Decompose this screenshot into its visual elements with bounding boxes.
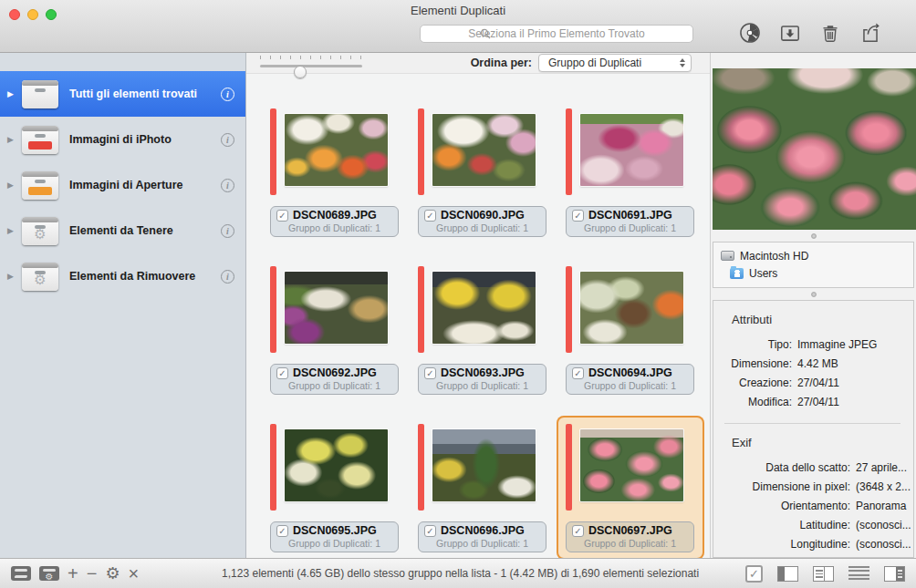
duplicate-item[interactable]: ✓ DSCN0694.JPG Gruppo di Duplicati: 1 bbox=[557, 258, 704, 402]
thumbnail-image[interactable] bbox=[432, 429, 536, 501]
view-list-icon[interactable] bbox=[848, 566, 869, 582]
file-name: DSCN0694.JPG bbox=[588, 366, 672, 379]
view-detail-icon[interactable] bbox=[884, 566, 905, 582]
file-name: DSCN0690.JPG bbox=[441, 209, 525, 222]
file-label[interactable]: ✓ DSCN0695.JPG Gruppo di Duplicati: 1 bbox=[270, 521, 399, 552]
path-volume-row[interactable]: Macintosh HD bbox=[721, 247, 906, 264]
file-checkbox[interactable]: ✓ bbox=[572, 525, 584, 537]
file-group: Gruppo di Duplicati: 1 bbox=[424, 380, 540, 391]
toolbox-icon[interactable] bbox=[11, 566, 31, 581]
exif-label: Orientamento: bbox=[719, 497, 850, 516]
file-label[interactable]: ✓ DSCN0689.JPG Gruppo di Duplicati: 1 bbox=[270, 206, 399, 237]
file-name: DSCN0691.JPG bbox=[588, 209, 672, 222]
search-field[interactable] bbox=[420, 25, 693, 43]
file-checkbox[interactable]: ✓ bbox=[572, 210, 584, 222]
file-label[interactable]: ✓ DSCN0691.JPG Gruppo di Duplicati: 1 bbox=[566, 206, 694, 237]
main-panel: Ordina per: Gruppo di Duplicati ✓ DSCN06… bbox=[246, 53, 710, 558]
gearbox-icon[interactable] bbox=[39, 566, 59, 581]
duplicate-marker-bar bbox=[566, 266, 572, 353]
plus-icon[interactable]: + bbox=[68, 566, 78, 581]
slider-track[interactable] bbox=[260, 65, 362, 67]
splitter-handle[interactable] bbox=[711, 288, 916, 300]
file-checkbox[interactable]: ✓ bbox=[276, 210, 288, 222]
disclosure-triangle-icon[interactable]: ▶ bbox=[7, 89, 18, 98]
sidebar-item-elementi-da-tenere[interactable]: ▶ ⚙ Elementi da Tenere i bbox=[0, 208, 245, 253]
file-checkbox[interactable]: ✓ bbox=[424, 367, 436, 379]
disclosure-triangle-icon[interactable]: ▶ bbox=[7, 181, 18, 190]
thumbnail-image[interactable] bbox=[285, 114, 388, 186]
info-icon[interactable]: i bbox=[221, 133, 234, 147]
view-sidebar-icon[interactable] bbox=[777, 566, 798, 582]
info-icon[interactable]: i bbox=[221, 270, 234, 284]
thumbnail-size-slider[interactable] bbox=[260, 55, 362, 73]
thumbnail-image[interactable] bbox=[580, 114, 683, 186]
footer-actions: + − ⚙ × bbox=[11, 566, 139, 581]
exif-value: (sconosci... bbox=[856, 535, 911, 554]
duplicate-item[interactable]: ✓ DSCN0695.JPG Gruppo di Duplicati: 1 bbox=[261, 416, 409, 558]
splitter-handle[interactable] bbox=[711, 230, 916, 242]
duplicate-item[interactable]: ✓ DSCN0691.JPG Gruppo di Duplicati: 1 bbox=[557, 100, 704, 244]
sidebar-item-immagini-di-iphoto[interactable]: ▶ Immagini di iPhoto i bbox=[0, 117, 245, 162]
thumbnail-image[interactable] bbox=[432, 272, 536, 344]
disclosure-triangle-icon[interactable]: ▶ bbox=[7, 226, 18, 235]
sort-select[interactable]: Gruppo di Duplicati bbox=[538, 54, 692, 72]
file-label[interactable]: ✓ DSCN0694.JPG Gruppo di Duplicati: 1 bbox=[566, 364, 694, 395]
sidebar-item-elementi-da-rimuovere[interactable]: ▶ ⚙ Elementi da Rimuovere i bbox=[0, 253, 245, 299]
view-controls: ✓ bbox=[745, 565, 905, 583]
duplicate-marker-bar bbox=[418, 266, 424, 353]
disclosure-triangle-icon[interactable]: ▶ bbox=[7, 135, 18, 144]
select-all-checkbox[interactable]: ✓ bbox=[745, 565, 763, 583]
close-icon[interactable]: × bbox=[129, 566, 140, 581]
attribute-row: Modifica: 27/04/11 bbox=[719, 393, 906, 412]
file-label[interactable]: ✓ DSCN0697.JPG Gruppo di Duplicati: 1 bbox=[566, 521, 694, 552]
slider-thumb[interactable] bbox=[294, 66, 307, 78]
main-header: Ordina per: Gruppo di Duplicati bbox=[246, 53, 710, 74]
folder-name: Users bbox=[749, 267, 777, 280]
file-checkbox[interactable]: ✓ bbox=[424, 210, 436, 222]
duplicate-item-selected[interactable]: ✓ DSCN0697.JPG Gruppo di Duplicati: 1 bbox=[557, 416, 704, 558]
duplicate-item[interactable]: ✓ DSCN0696.JPG Gruppo di Duplicati: 1 bbox=[409, 416, 557, 558]
file-checkbox[interactable]: ✓ bbox=[424, 525, 436, 537]
search-input[interactable] bbox=[420, 25, 693, 43]
file-label[interactable]: ✓ DSCN0692.JPG Gruppo di Duplicati: 1 bbox=[270, 364, 399, 395]
duplicate-item[interactable]: ✓ DSCN0693.JPG Gruppo di Duplicati: 1 bbox=[409, 258, 557, 402]
exif-value: Panorama bbox=[856, 497, 906, 516]
file-label[interactable]: ✓ DSCN0693.JPG Gruppo di Duplicati: 1 bbox=[418, 364, 546, 395]
thumbnail-image[interactable] bbox=[580, 429, 683, 501]
file-checkbox[interactable]: ✓ bbox=[276, 367, 288, 379]
view-split-icon[interactable] bbox=[813, 566, 834, 582]
preview-image[interactable] bbox=[713, 68, 916, 230]
info-icon[interactable]: i bbox=[221, 224, 234, 238]
inspector-panel: Macintosh HD Users Attributi Tipo: Immag… bbox=[710, 53, 916, 558]
duplicate-item[interactable]: ✓ DSCN0690.JPG Gruppo di Duplicati: 1 bbox=[409, 100, 557, 244]
share-icon[interactable] bbox=[858, 20, 883, 46]
thumbnail-image[interactable] bbox=[580, 272, 683, 344]
burn-icon[interactable] bbox=[737, 20, 763, 46]
file-label[interactable]: ✓ DSCN0690.JPG Gruppo di Duplicati: 1 bbox=[418, 206, 546, 237]
gear-icon[interactable]: ⚙ bbox=[105, 566, 120, 581]
file-name: DSCN0695.JPG bbox=[293, 524, 377, 537]
thumbnail-image[interactable] bbox=[285, 272, 388, 344]
disclosure-triangle-icon[interactable]: ▶ bbox=[7, 272, 18, 281]
attribute-label: Creazione: bbox=[719, 374, 792, 393]
file-label[interactable]: ✓ DSCN0696.JPG Gruppo di Duplicati: 1 bbox=[418, 521, 546, 552]
status-bar: + − ⚙ × 1,123 elementi (4.65 GB) dello s… bbox=[0, 558, 916, 588]
trash-icon[interactable] bbox=[817, 20, 843, 46]
exif-value: (3648 x 2... bbox=[856, 478, 911, 497]
info-icon[interactable]: i bbox=[221, 179, 234, 192]
path-folder-row[interactable]: Users bbox=[721, 264, 906, 282]
duplicate-item[interactable]: ✓ DSCN0689.JPG Gruppo di Duplicati: 1 bbox=[261, 100, 409, 244]
thumbnail-image[interactable] bbox=[432, 114, 536, 186]
file-group: Gruppo di Duplicati: 1 bbox=[276, 538, 392, 549]
file-checkbox[interactable]: ✓ bbox=[572, 367, 584, 379]
file-checkbox[interactable]: ✓ bbox=[276, 525, 288, 537]
info-icon[interactable]: i bbox=[221, 88, 234, 101]
minus-icon[interactable]: − bbox=[87, 566, 98, 581]
sidebar-item-immagini-di-aperture[interactable]: ▶ Immagini di Aperture i bbox=[0, 162, 245, 208]
sort-by-label: Ordina per: bbox=[471, 57, 532, 69]
sidebar-item-tutti-gli-elementi-trovati[interactable]: ▶ Tutti gli elementi trovati i bbox=[0, 71, 245, 117]
box-gear-icon: ⚙ bbox=[22, 217, 58, 245]
thumbnail-image[interactable] bbox=[285, 429, 388, 501]
duplicate-item[interactable]: ✓ DSCN0692.JPG Gruppo di Duplicati: 1 bbox=[261, 258, 409, 402]
archive-down-icon[interactable] bbox=[777, 20, 803, 46]
